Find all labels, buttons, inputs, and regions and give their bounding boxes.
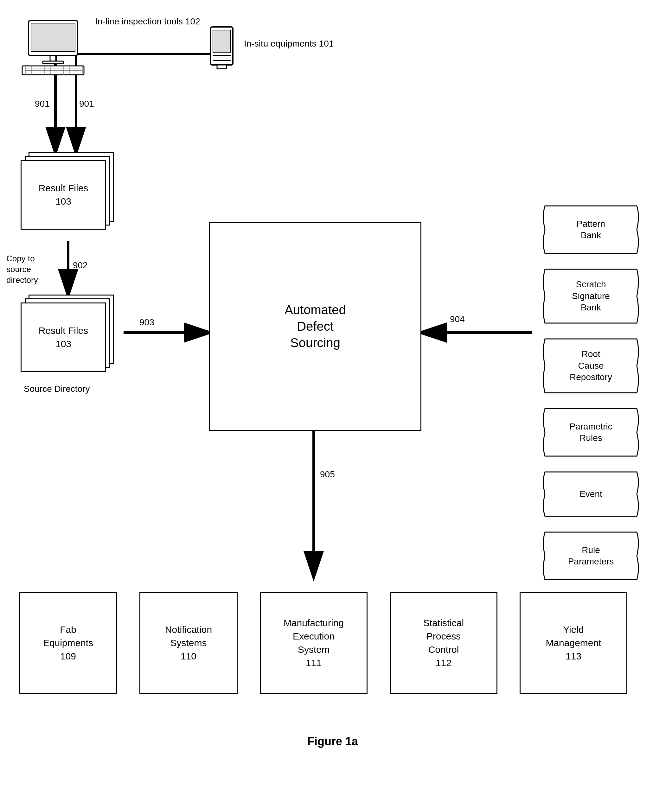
ads-box: AutomatedDefectSourcing (209, 222, 421, 431)
figure-caption: Figure 1a (222, 735, 443, 748)
svg-rect-13 (22, 66, 84, 75)
scratch-signature-bank-shape: ScratchSignatureBank (539, 266, 643, 326)
parametric-rules-shape: ParametricRules (539, 406, 643, 459)
insitu-label: In-situ equipments 101 (244, 38, 334, 50)
label-904: 904 (450, 313, 465, 325)
result-files-bottom: Result Files103 (19, 295, 117, 377)
pattern-bank-shape: PatternBank (539, 203, 643, 257)
event-shape: Event (539, 469, 643, 519)
label-902: 902 (73, 260, 88, 271)
diagram: In-line inspection tools 102 In-situ equ… (0, 0, 672, 789)
computer-icon (19, 19, 89, 76)
fab-equipments-box: FabEquipments109 (19, 592, 117, 694)
label-903: 903 (139, 317, 154, 328)
inline-inspection-label: In-line inspection tools 102 (95, 16, 200, 27)
manufacturing-execution-system-box: ManufacturingExecutionSystem111 (260, 592, 368, 694)
copy-label: Copy tosourcedirectory (6, 253, 67, 285)
statistical-process-control-box: StatisticalProcessControl112 (390, 592, 498, 694)
label-901-left: 901 (35, 98, 50, 110)
svg-rect-10 (31, 23, 75, 52)
root-cause-repository-shape: RootCauseRepository (539, 336, 643, 396)
source-directory-label: Source Directory (24, 383, 90, 394)
result-files-top: Result Files103 (19, 152, 117, 235)
yield-management-box: YieldManagement113 (520, 592, 627, 694)
label-901-right: 901 (79, 98, 94, 110)
svg-rect-11 (50, 56, 56, 61)
notification-systems-box: NotificationSystems110 (139, 592, 238, 694)
device-icon (206, 26, 238, 76)
svg-rect-12 (43, 61, 63, 64)
svg-rect-27 (213, 30, 230, 52)
rule-parameters-shape: RuleParameters (539, 529, 643, 583)
svg-rect-32 (217, 65, 227, 69)
label-905: 905 (320, 469, 335, 480)
